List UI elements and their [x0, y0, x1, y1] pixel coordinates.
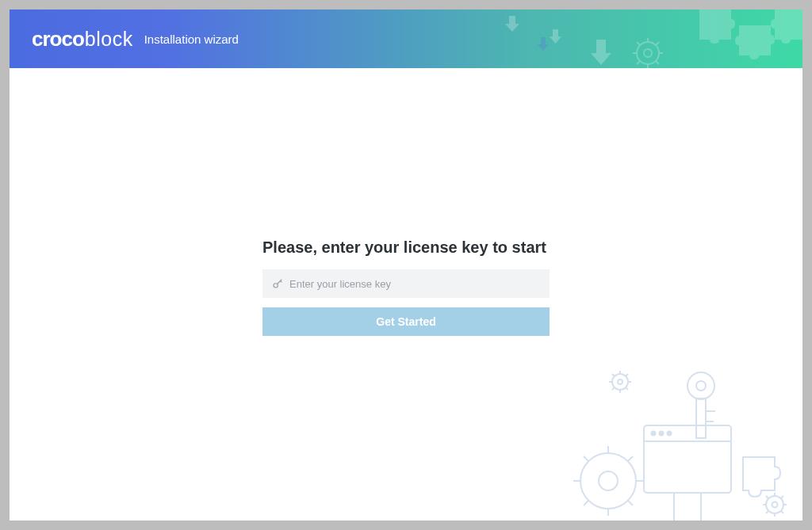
wizard-container: croco block Installation wizard Please, …: [10, 10, 802, 520]
svg-point-16: [688, 372, 714, 399]
logo-text-a: croco: [32, 27, 84, 51]
license-input-wrap: [262, 269, 550, 298]
svg-point-13: [668, 432, 672, 436]
logo-area: croco block Installation wizard: [32, 27, 239, 51]
svg-line-4: [281, 281, 282, 283]
svg-point-8: [599, 471, 618, 490]
header-subtitle: Installation wizard: [144, 32, 239, 46]
bottom-decoration: [565, 362, 802, 520]
svg-point-12: [660, 432, 664, 436]
svg-point-17: [696, 381, 706, 391]
license-key-input[interactable]: [289, 278, 540, 290]
svg-point-7: [580, 453, 636, 509]
svg-point-22: [772, 502, 778, 508]
svg-point-0: [637, 42, 659, 64]
svg-point-1: [644, 49, 652, 57]
svg-point-2: [274, 284, 278, 288]
logo-text-b: block: [85, 28, 133, 51]
svg-point-11: [652, 432, 656, 436]
svg-point-21: [766, 496, 783, 513]
svg-rect-18: [696, 398, 706, 438]
license-headline: Please, enter your license key to start: [262, 238, 550, 257]
get-started-button[interactable]: Get Started: [262, 307, 550, 336]
svg-rect-9: [644, 425, 731, 493]
wizard-main: Please, enter your license key to start …: [10, 68, 802, 520]
key-icon: [272, 278, 283, 289]
crocoblock-logo: croco block: [32, 27, 133, 51]
svg-point-6: [618, 379, 622, 384]
wizard-header: croco block Installation wizard: [10, 10, 802, 68]
header-decoration: [485, 10, 802, 68]
